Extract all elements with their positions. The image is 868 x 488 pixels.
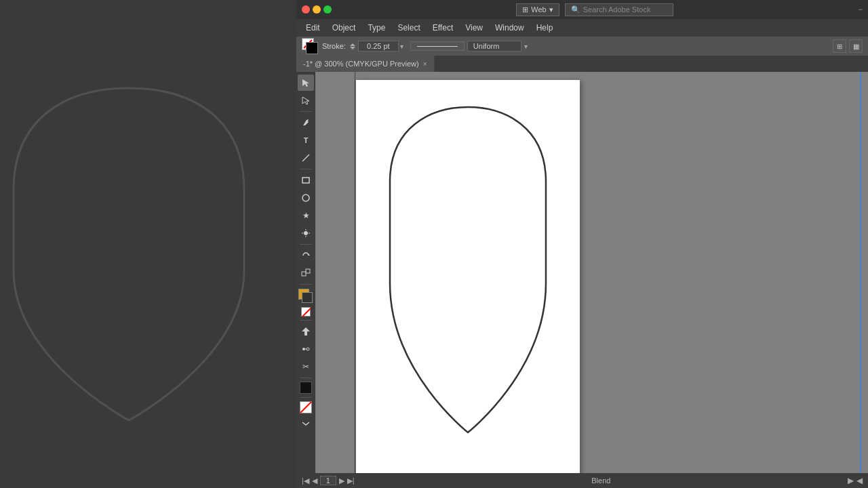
arrow-icon <box>301 327 311 336</box>
ellipse-tool[interactable] <box>298 190 314 206</box>
star-tool[interactable]: ★ <box>298 207 314 224</box>
blend-icon <box>301 344 311 354</box>
search-bar[interactable]: 🔍 Search Adobe Stock <box>565 3 673 16</box>
status-label: Blend <box>360 476 842 485</box>
page-number-input[interactable]: 1 <box>320 476 336 485</box>
app-mode-selector[interactable]: ⊞ Web ▾ <box>516 3 559 16</box>
svg-marker-9 <box>309 253 310 256</box>
guide-right <box>860 72 861 473</box>
stroke-up-arrow[interactable] <box>350 43 355 46</box>
stroke-spinners[interactable] <box>350 43 357 49</box>
color-swatches-group[interactable] <box>298 289 313 304</box>
page-last-btn[interactable]: ▶| <box>347 476 355 485</box>
window-controls <box>302 5 332 14</box>
stroke-value-group: 0.25 pt ▾ <box>350 41 403 52</box>
svg-line-17 <box>300 402 311 413</box>
bottom-nav-btn[interactable]: ◀ <box>856 476 863 485</box>
stroke-dropdown-arrow[interactable]: ▾ <box>400 43 403 50</box>
toolbar-separator-3 <box>300 244 312 245</box>
none-swatch[interactable] <box>301 307 311 317</box>
svg-line-12 <box>302 308 311 317</box>
scale-icon <box>301 268 311 278</box>
artboard <box>356 80 580 473</box>
ellipse-icon <box>301 193 311 203</box>
none-slash-icon <box>302 308 311 317</box>
pen-icon <box>301 118 311 127</box>
svg-point-15 <box>307 348 309 350</box>
blend-tool[interactable] <box>298 341 314 357</box>
menu-edit[interactable]: Edit <box>300 22 326 34</box>
doc-tabs: -1* @ 300% (CMYK/GPU Preview) × <box>296 56 868 72</box>
line-tool[interactable] <box>298 150 314 166</box>
title-center: ⊞ Web ▾ 🔍 Search Adobe Stock <box>516 3 673 16</box>
scale-tool[interactable] <box>298 265 314 281</box>
page-first-btn[interactable]: |◀ <box>302 476 309 485</box>
selection-tool[interactable] <box>298 75 314 91</box>
menu-effect[interactable]: Effect <box>427 22 458 34</box>
menu-help[interactable]: Help <box>531 22 559 34</box>
bottom-play-btn[interactable]: ▶ <box>848 476 854 485</box>
bottom-right-controls: ▶ ◀ <box>848 476 863 485</box>
fill-stroke-swatches[interactable] <box>302 38 318 54</box>
toolbar-separator-7 <box>300 397 312 398</box>
stroke-color-swatch[interactable] <box>302 292 313 303</box>
direct-selection-tool[interactable] <box>298 92 314 108</box>
svg-rect-10 <box>302 272 306 276</box>
scissors-tool[interactable]: ✂ <box>298 359 314 375</box>
pen-tool[interactable] <box>298 115 314 131</box>
arrow-tool[interactable] <box>298 323 314 340</box>
red-slash-icon <box>300 401 312 413</box>
svg-point-14 <box>302 348 305 350</box>
left-toolbar: T ★ <box>296 72 315 473</box>
stroke-down-arrow[interactable] <box>350 47 355 49</box>
menu-bar: Edit Object Type Select Effect View Wind… <box>296 19 868 37</box>
doc-tab-active[interactable]: -1* @ 300% (CMYK/GPU Preview) × <box>296 56 435 72</box>
properties-icon[interactable]: ▦ <box>849 39 863 53</box>
type-tool[interactable]: T <box>298 132 314 148</box>
line-icon <box>301 153 311 163</box>
flare-tool[interactable] <box>298 225 314 241</box>
menu-view[interactable]: View <box>460 22 488 34</box>
selection-icon <box>301 78 311 87</box>
rectangle-tool[interactable] <box>298 172 314 188</box>
menu-type[interactable]: Type <box>362 22 391 34</box>
close-button[interactable] <box>302 5 310 14</box>
rotate-tool[interactable] <box>298 247 314 264</box>
toolbar-separator-2 <box>300 169 312 169</box>
minimize-button[interactable] <box>313 5 321 14</box>
stroke-bar: Stroke: 0.25 pt ▾ Uniform ▾ ⊞ ▦ <box>296 37 868 56</box>
stroke-swatch[interactable] <box>306 42 318 54</box>
stroke-mode-select[interactable]: Uniform <box>467 41 521 52</box>
scissors-icon: ✂ <box>302 362 309 371</box>
ai-window: ⊞ Web ▾ 🔍 Search Adobe Stock − Edit Obje… <box>296 0 868 488</box>
search-icon: 🔍 <box>571 5 580 14</box>
menu-select[interactable]: Select <box>392 22 425 34</box>
svg-line-1 <box>302 155 309 161</box>
toolbar-separator-1 <box>300 111 312 112</box>
maximize-button[interactable] <box>323 5 332 14</box>
more-tools-btn[interactable] <box>298 415 314 432</box>
bottom-bar: |◀ ◀ 1 ▶ ▶| Blend ▶ ◀ <box>296 473 868 488</box>
title-bar-left <box>302 5 332 14</box>
stroke-uniform-arrow[interactable]: ▾ <box>524 43 528 50</box>
arrange-icon[interactable]: ⊞ <box>833 39 846 53</box>
black-color-indicator <box>300 382 312 394</box>
stroke-value-input[interactable]: 0.25 pt <box>358 41 399 52</box>
title-minimize-icon[interactable]: − <box>858 5 863 14</box>
rectangle-icon <box>301 176 311 185</box>
menu-object[interactable]: Object <box>327 22 361 34</box>
red-swatch[interactable] <box>300 401 312 413</box>
stroke-label: Stroke: <box>322 42 346 50</box>
rotate-icon <box>301 251 311 260</box>
app-mode-icon: ⊞ <box>522 5 528 14</box>
page-next-btn[interactable]: ▶ <box>339 476 344 485</box>
menu-window[interactable]: Window <box>490 22 530 34</box>
svg-point-3 <box>302 195 309 201</box>
doc-tab-title: -1* @ 300% (CMYK/GPU Preview) <box>303 60 419 68</box>
stroke-uniform-group: Uniform ▾ <box>410 41 528 52</box>
app-mode-label: Web <box>531 5 546 14</box>
svg-marker-13 <box>302 327 310 336</box>
page-prev-btn[interactable]: ◀ <box>312 476 317 485</box>
canvas-area[interactable] <box>315 72 868 473</box>
doc-tab-close[interactable]: × <box>423 60 427 68</box>
